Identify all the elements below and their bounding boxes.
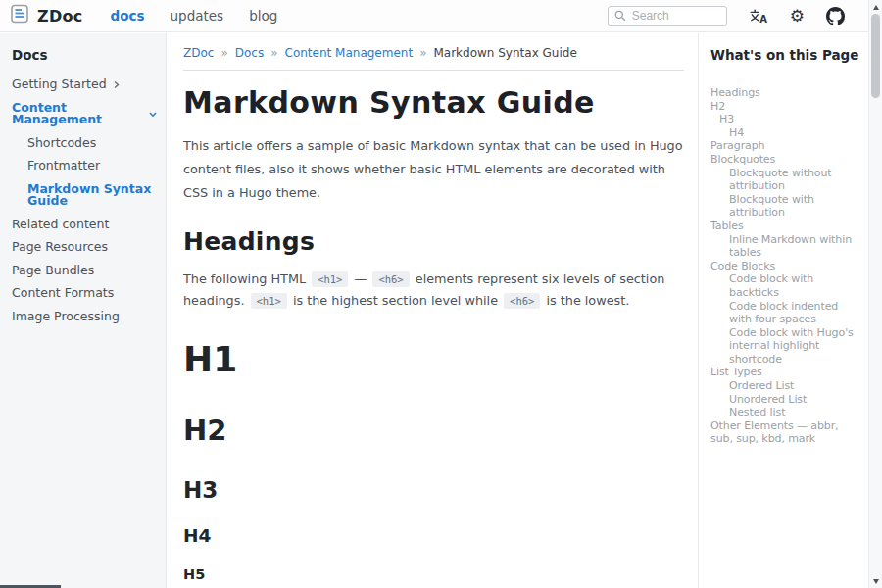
paragraph-text: is the lowest.: [542, 293, 629, 308]
toc-item[interactable]: Code Blocks: [710, 260, 862, 273]
toc-item[interactable]: Blockquote without attribution: [710, 167, 862, 193]
sidebar-item-markdown-syntax-guide[interactable]: Markdown Syntax Guide: [12, 183, 158, 208]
header-actions: A ⚙: [608, 6, 858, 26]
breadcrumb-link-content-management[interactable]: Content Management: [285, 46, 414, 60]
breadcrumb-separator: »: [220, 46, 227, 60]
sidebar-item-label: Related content: [12, 219, 109, 231]
toc-item[interactable]: Blockquotes: [710, 153, 862, 167]
breadcrumb: ZDoc » Docs » Content Management » Markd…: [183, 46, 684, 60]
app-window: ZDoc docs updates blog: [0, 0, 882, 588]
brand-logo[interactable]: ZDoc: [10, 4, 83, 27]
breadcrumb-current-page: Markdown Syntax Guide: [433, 46, 576, 60]
sidebar-item-getting-started[interactable]: Getting Started: [12, 78, 158, 91]
heading-sample-h1: H1: [183, 339, 684, 379]
sidebar-item-label: Image Processing: [12, 311, 120, 323]
paragraph-text: The following HTML: [183, 271, 310, 286]
chevron-down-icon: [148, 110, 158, 119]
toc-item[interactable]: Code block with backticks: [710, 272, 862, 299]
toc-item[interactable]: Code block indented with four spaces: [710, 300, 862, 326]
sidebar-item-label: Markdown Syntax Guide: [27, 183, 158, 208]
toc-item[interactable]: Other Elements — abbr, sub, sup, kbd, ma…: [710, 419, 862, 446]
headings-description-paragraph: The following HTML <h1> — <h6> elements …: [183, 269, 684, 312]
sidebar-item-content-management[interactable]: Content Management: [12, 102, 158, 126]
sidebar-item-page-resources[interactable]: Page Resources: [12, 241, 158, 254]
search-box[interactable]: [608, 6, 727, 26]
sidebar-item-label: Page Resources: [12, 241, 108, 254]
sidebar-item-related-content[interactable]: Related content: [12, 219, 158, 231]
toc-item[interactable]: Tables: [710, 220, 862, 233]
inline-code: <h1>: [312, 271, 348, 287]
sidebar-item-label: Content Formats: [12, 287, 114, 300]
page-title: Markdown Syntax Guide: [183, 85, 684, 120]
breadcrumb-link-zdoc[interactable]: ZDoc: [183, 46, 214, 60]
sidebar-item-label: Page Bundles: [12, 265, 94, 277]
toc-item[interactable]: Paragraph: [710, 139, 862, 153]
top-navigation: docs updates blog: [111, 8, 278, 24]
toc-item[interactable]: Code block with Hugo's internal highligh…: [710, 326, 862, 367]
intro-paragraph: This article offers a sample of basic Ma…: [183, 134, 684, 205]
breadcrumb-separator: »: [419, 46, 426, 60]
github-icon[interactable]: [826, 7, 845, 25]
chevron-right-icon: [112, 80, 121, 89]
sidebar-item-label: Getting Started: [12, 78, 107, 91]
docs-sidebar: Docs Getting Started Content Management …: [0, 33, 167, 588]
sidebar-section-title: Docs: [12, 47, 158, 63]
toc-panel: What's on this Page HeadingsH2H3H4Paragr…: [698, 33, 868, 588]
heading-sample-h5: H5: [183, 566, 684, 582]
heading-sample-h3: H3: [183, 477, 684, 503]
sidebar-item-frontmatter[interactable]: Frontmatter: [12, 160, 158, 172]
toc-item[interactable]: List Types: [710, 366, 862, 379]
scrollbar-up-arrow[interactable]: [869, 0, 882, 14]
toc-item[interactable]: H3: [710, 113, 862, 126]
toc-title: What's on this Page: [710, 47, 862, 63]
nav-docs[interactable]: docs: [111, 8, 145, 24]
sidebar-item-label: Content Management: [12, 102, 143, 126]
toc-list: HeadingsH2H3H4ParagraphBlockquotesBlockq…: [710, 86, 862, 446]
toc-item[interactable]: Nested list: [710, 406, 862, 419]
heading-sample-h4: H4: [183, 525, 684, 546]
brand-name: ZDoc: [37, 7, 83, 25]
sidebar-item-content-formats[interactable]: Content Formats: [12, 287, 158, 300]
toc-item[interactable]: Unordered List: [710, 393, 862, 407]
sidebar-item-image-processing[interactable]: Image Processing: [12, 311, 158, 323]
sidebar-item-label: Frontmatter: [27, 160, 100, 172]
breadcrumb-divider: [183, 70, 684, 71]
breadcrumb-separator: »: [270, 46, 277, 60]
sidebar-item-label: Shortcodes: [27, 137, 96, 150]
main-content: ZDoc » Docs » Content Management » Markd…: [168, 33, 698, 588]
toc-item[interactable]: H2: [710, 100, 862, 114]
scrollbar-thumb[interactable]: [871, 14, 880, 98]
sidebar-item-shortcodes[interactable]: Shortcodes: [12, 137, 158, 150]
top-header: ZDoc docs updates blog: [0, 0, 868, 32]
gear-icon[interactable]: ⚙: [790, 8, 805, 24]
toc-item[interactable]: Headings: [710, 86, 862, 100]
triangle-down-icon: [873, 579, 879, 584]
scrollbar-down-arrow[interactable]: [869, 574, 882, 588]
vertical-scrollbar[interactable]: [868, 0, 882, 588]
search-input[interactable]: [632, 9, 716, 23]
toc-item[interactable]: H4: [710, 126, 862, 140]
inline-code: <h1>: [251, 293, 287, 309]
sidebar-item-page-bundles[interactable]: Page Bundles: [12, 265, 158, 277]
search-icon: [614, 7, 626, 25]
svg-text:A: A: [760, 14, 767, 24]
toc-item[interactable]: Inline Markdown within tables: [710, 233, 862, 260]
document-logo-icon: [10, 4, 29, 27]
toc-item[interactable]: Blockquote with attribution: [710, 193, 862, 220]
triangle-up-icon: [873, 5, 879, 10]
toc-item[interactable]: Ordered List: [710, 379, 862, 393]
heading-sample-h2: H2: [183, 414, 684, 447]
section-heading-headings: Headings: [183, 227, 684, 256]
nav-updates[interactable]: updates: [171, 8, 224, 24]
breadcrumb-link-docs[interactable]: Docs: [235, 46, 264, 60]
paragraph-text: —: [350, 271, 370, 286]
nav-blog[interactable]: blog: [249, 8, 277, 24]
paragraph-text: is the highest section level while: [289, 293, 502, 308]
inline-code: <h6>: [504, 293, 540, 309]
inline-code: <h6>: [372, 271, 409, 287]
translate-icon[interactable]: A: [749, 8, 768, 24]
